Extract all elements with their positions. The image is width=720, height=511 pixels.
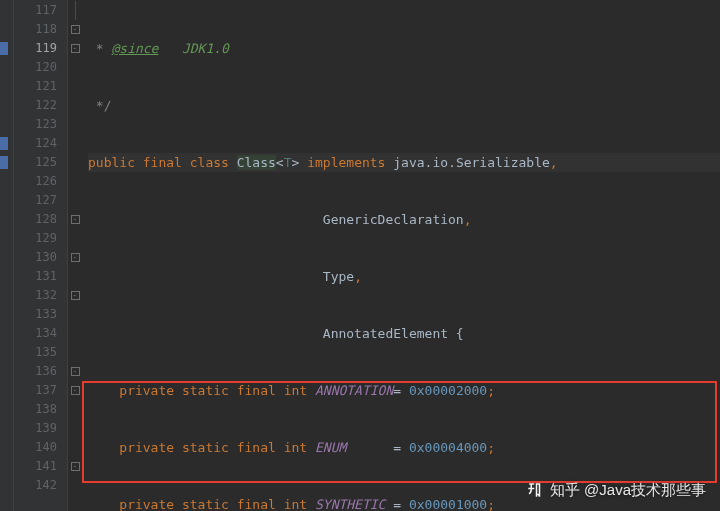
change-marker (0, 42, 8, 55)
line-number[interactable]: 138 (14, 400, 67, 419)
line-number[interactable]: 125 (14, 153, 67, 172)
line-number[interactable]: 141 (14, 457, 67, 476)
line-number[interactable]: 123 (14, 115, 67, 134)
watermark-text: 知乎 @Java技术那些事 (550, 480, 706, 499)
line-number[interactable]: 117 (14, 1, 67, 20)
fold-end-icon[interactable]: - (68, 362, 82, 381)
fold-start-icon[interactable]: - (68, 210, 82, 229)
line-number[interactable]: 132 (14, 286, 67, 305)
line-number[interactable]: 140 (14, 438, 67, 457)
change-marker (0, 137, 8, 150)
code-editor: 117 118 119 120 121 122 123 124 125 126 … (0, 0, 720, 511)
line-number[interactable]: 122 (14, 96, 67, 115)
line-number[interactable]: 128 (14, 210, 67, 229)
fold-guide (68, 1, 82, 20)
fold-start-icon[interactable]: - (68, 381, 82, 400)
line-number[interactable]: 137 (14, 381, 67, 400)
line-number[interactable]: 124 (14, 134, 67, 153)
fold-end-icon[interactable]: - (68, 457, 82, 476)
code-area[interactable]: * @since JDK1.0 */ public final class Cl… (82, 0, 720, 511)
line-number[interactable]: 119 (14, 39, 67, 58)
fold-end-icon[interactable]: - (68, 248, 82, 267)
watermark: 知乎 @Java技术那些事 (526, 480, 706, 499)
fold-start-icon[interactable]: - (68, 286, 82, 305)
line-number[interactable]: 135 (14, 343, 67, 362)
line-number[interactable]: 133 (14, 305, 67, 324)
line-number[interactable]: 134 (14, 324, 67, 343)
gutter[interactable]: 117 118 119 120 121 122 123 124 125 126 … (14, 0, 68, 511)
fold-start-icon[interactable]: - (68, 39, 82, 58)
line-number[interactable]: 139 (14, 419, 67, 438)
line-number[interactable]: 127 (14, 191, 67, 210)
fold-column: - - - - - - - - (68, 0, 82, 511)
line-number[interactable]: 126 (14, 172, 67, 191)
line-number[interactable]: 131 (14, 267, 67, 286)
line-number[interactable]: 136 (14, 362, 67, 381)
line-number[interactable]: 130 (14, 248, 67, 267)
marker-strip (0, 0, 14, 511)
line-number[interactable]: 129 (14, 229, 67, 248)
line-number[interactable]: 118 (14, 20, 67, 39)
change-marker (0, 156, 8, 169)
line-number[interactable]: 121 (14, 77, 67, 96)
zhihu-icon (526, 481, 544, 499)
fold-end-icon[interactable]: - (68, 20, 82, 39)
line-number[interactable]: 120 (14, 58, 67, 77)
line-number[interactable]: 142 (14, 476, 67, 495)
